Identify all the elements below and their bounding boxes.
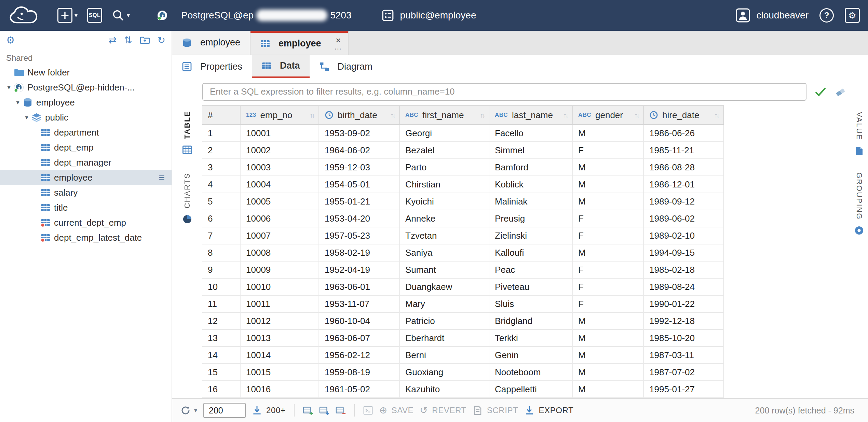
data-cell[interactable]: Facello bbox=[489, 125, 573, 141]
data-cell[interactable]: Saniya bbox=[400, 244, 489, 261]
data-cell[interactable]: F bbox=[573, 210, 644, 227]
cloudbeaver-logo-icon[interactable] bbox=[8, 5, 42, 26]
data-cell[interactable]: Koblick bbox=[489, 176, 573, 193]
data-cell[interactable]: 1989-08-24 bbox=[644, 279, 724, 295]
tab-diagram[interactable]: Diagram bbox=[310, 55, 382, 79]
sort-icon[interactable]: ↑↓ bbox=[714, 111, 720, 119]
data-cell[interactable]: Anneke bbox=[400, 210, 489, 227]
sort-icon[interactable]: ↑↓ bbox=[480, 111, 485, 119]
tree-item-department[interactable]: department bbox=[0, 125, 172, 140]
settings-button[interactable]: ⚙ bbox=[845, 8, 860, 23]
sort-icon[interactable]: ↑↓ bbox=[310, 111, 315, 119]
data-cell[interactable]: Guoxiang bbox=[400, 364, 489, 380]
search-button[interactable]: ▾ bbox=[112, 9, 130, 22]
data-cell[interactable]: M bbox=[573, 313, 644, 329]
more-icon[interactable]: … bbox=[334, 44, 342, 51]
data-cell[interactable]: 1959-08-19 bbox=[319, 364, 400, 380]
tree-item-title[interactable]: title bbox=[0, 200, 172, 215]
fetch-more-button[interactable]: 200+ bbox=[252, 405, 285, 416]
data-cell[interactable]: M bbox=[573, 176, 644, 193]
data-cell[interactable]: 10006 bbox=[241, 210, 319, 227]
data-cell[interactable]: Patricio bbox=[400, 313, 489, 329]
data-cell[interactable]: F bbox=[573, 279, 644, 295]
tab-properties[interactable]: Properties bbox=[172, 55, 252, 79]
data-cell[interactable]: M bbox=[573, 159, 644, 175]
data-cell[interactable]: 1963-06-07 bbox=[319, 330, 400, 346]
data-cell[interactable]: Genin bbox=[489, 347, 573, 363]
refresh-results-icon[interactable] bbox=[180, 405, 191, 416]
tree-item-dept-emp[interactable]: dept_emp bbox=[0, 140, 172, 155]
sort-icon[interactable]: ↑↓ bbox=[563, 111, 569, 119]
panel-tab-value[interactable]: VALUE bbox=[854, 112, 864, 156]
data-cell[interactable]: 10009 bbox=[241, 262, 319, 278]
data-cell[interactable]: Preusig bbox=[489, 210, 573, 227]
tree-item-salary[interactable]: salary bbox=[0, 185, 172, 200]
data-cell[interactable]: Kalloufi bbox=[489, 244, 573, 261]
data-cell[interactable]: 10010 bbox=[241, 279, 319, 295]
data-cell[interactable]: Bezalel bbox=[400, 142, 489, 158]
data-cell[interactable]: 1954-05-01 bbox=[319, 176, 400, 193]
data-cell[interactable]: F bbox=[573, 262, 644, 278]
data-cell[interactable]: 1989-02-10 bbox=[644, 227, 724, 244]
data-cell[interactable]: Parto bbox=[400, 159, 489, 175]
caret-down-icon[interactable]: ▾ bbox=[22, 114, 31, 121]
data-cell[interactable]: 1960-10-04 bbox=[319, 313, 400, 329]
data-cell[interactable]: M bbox=[573, 347, 644, 363]
new-folder-icon[interactable] bbox=[140, 35, 150, 45]
data-cell[interactable]: 10011 bbox=[241, 296, 319, 312]
column-header-hire_date[interactable]: hire_date↑↓ bbox=[644, 106, 724, 124]
data-cell[interactable]: Sumant bbox=[400, 262, 489, 278]
data-cell[interactable]: 1990-01-22 bbox=[644, 296, 724, 312]
data-cell[interactable]: 1964-06-02 bbox=[319, 142, 400, 158]
data-cell[interactable]: 10003 bbox=[241, 159, 319, 175]
data-cell[interactable]: Piveteau bbox=[489, 279, 573, 295]
data-cell[interactable]: Simmel bbox=[489, 142, 573, 158]
tree-item-new-folder[interactable]: New folder bbox=[0, 65, 172, 80]
data-cell[interactable]: 1985-11-21 bbox=[644, 142, 724, 158]
column-header-last_name[interactable]: ABClast_name↑↓ bbox=[489, 106, 573, 124]
data-cell[interactable]: 1995-01-27 bbox=[644, 381, 724, 397]
refresh-tree-icon[interactable]: ↻ bbox=[158, 36, 165, 45]
data-cell[interactable]: Sluis bbox=[489, 296, 573, 312]
data-cell[interactable]: Georgi bbox=[400, 125, 489, 141]
navigator-settings-icon[interactable]: ⚙ bbox=[6, 36, 15, 45]
data-cell[interactable]: 1985-10-20 bbox=[644, 330, 724, 346]
delete-row-icon[interactable] bbox=[336, 405, 346, 416]
data-cell[interactable]: F bbox=[573, 142, 644, 158]
data-cell[interactable]: 1986-06-26 bbox=[644, 125, 724, 141]
revert-button[interactable]: ↺ REVERT bbox=[420, 406, 466, 415]
tab-employee-database[interactable]: employee bbox=[172, 31, 250, 55]
data-cell[interactable]: 1952-04-19 bbox=[319, 262, 400, 278]
data-cell[interactable]: M bbox=[573, 364, 644, 380]
presentation-tab-charts[interactable]: CHARTS bbox=[182, 173, 192, 224]
data-cell[interactable]: Tzvetan bbox=[400, 227, 489, 244]
data-cell[interactable]: Chirstian bbox=[400, 176, 489, 193]
data-cell[interactable]: 10012 bbox=[241, 313, 319, 329]
data-cell[interactable]: Peac bbox=[489, 262, 573, 278]
data-cell[interactable]: 1989-06-02 bbox=[644, 210, 724, 227]
data-cell[interactable]: 1956-02-12 bbox=[319, 347, 400, 363]
data-cell[interactable]: M bbox=[573, 193, 644, 210]
eraser-icon[interactable] bbox=[835, 86, 846, 97]
new-object-button[interactable]: ▾ bbox=[57, 8, 78, 23]
data-cell[interactable]: 10002 bbox=[241, 142, 319, 158]
column-header-first_name[interactable]: ABCfirst_name↑↓ bbox=[400, 106, 489, 124]
data-cell[interactable]: 1992-12-18 bbox=[644, 313, 724, 329]
data-cell[interactable]: 10007 bbox=[241, 227, 319, 244]
data-cell[interactable]: F bbox=[573, 227, 644, 244]
filter-input[interactable] bbox=[202, 83, 806, 101]
data-cell[interactable]: 10008 bbox=[241, 244, 319, 261]
tree-item-postgresql-ep-hidden[interactable]: ▾PostgreSQL@ep-hidden-... bbox=[0, 80, 172, 95]
tab-data[interactable]: Data bbox=[252, 55, 310, 79]
data-cell[interactable]: M bbox=[573, 244, 644, 261]
data-cell[interactable]: 1986-08-28 bbox=[644, 159, 724, 175]
data-cell[interactable]: 1953-09-02 bbox=[319, 125, 400, 141]
tab-employee-table[interactable]: employee × … bbox=[250, 31, 349, 55]
save-button[interactable]: ⊕ SAVE bbox=[379, 406, 414, 415]
data-cell[interactable]: 10013 bbox=[241, 330, 319, 346]
schema-selector[interactable]: public@employee bbox=[381, 9, 476, 22]
add-row-icon[interactable] bbox=[303, 405, 313, 416]
data-cell[interactable]: M bbox=[573, 330, 644, 346]
data-cell[interactable]: 10015 bbox=[241, 364, 319, 380]
data-cell[interactable]: 1955-01-21 bbox=[319, 193, 400, 210]
